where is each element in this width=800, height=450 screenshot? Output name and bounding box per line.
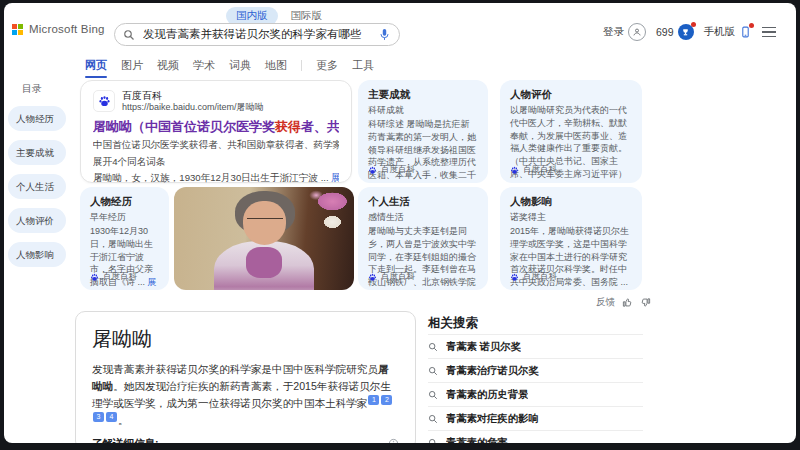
- answer-text: 。她因发现治疗疟疾的新药青蒿素，于2015年获得诺贝尔生理学或医学奖，成为第一位…: [92, 380, 391, 409]
- baidu-paw-icon: [93, 90, 115, 112]
- related-search-item[interactable]: 青蒿素的历史背景: [428, 383, 643, 407]
- toc-item-achievements[interactable]: 主要成就: [8, 140, 66, 165]
- related-search-text: 青蒿素的历史背景: [446, 388, 528, 402]
- toc-item-personal-life[interactable]: 个人生活: [8, 174, 66, 199]
- toc-item-evaluation[interactable]: 人物评价: [8, 208, 66, 233]
- search-icon: [428, 390, 438, 400]
- answer-title: 屠呦呦: [92, 326, 399, 353]
- logo-text: Microsoft Bing: [29, 23, 105, 35]
- tab-web[interactable]: 网页: [85, 58, 107, 73]
- related-searches-list: 青蒿素 诺贝尔奖 青蒿素治疗诺贝尔奖 青蒿素的历史背景 青蒿素对疟疾的影响 青蒿…: [428, 334, 643, 443]
- toc-item-influence[interactable]: 人物影响: [8, 242, 66, 267]
- card-achievements: 主要成就 科研成就 科研综述 屠呦呦是抗疟新药青蒿素的第一发明人，她领导科研组继…: [358, 80, 488, 183]
- expand-link[interactable]: 展开: [520, 182, 538, 183]
- card-title: 人物经历: [90, 195, 159, 209]
- card-title: 人物评价: [510, 88, 632, 102]
- result-source-header[interactable]: 百度百科 https://baike.baidu.com/item/屠呦呦: [93, 90, 339, 113]
- toc-sidebar: 目录 人物经历 主要成就 个人生活 人物评价 人物影响: [8, 82, 70, 276]
- ai-answer-card: 屠呦呦 发现青蒿素并获得诺贝尔奖的科学家是中国中医科学院研究员屠呦呦。她因发现治…: [75, 311, 416, 443]
- search-icon: [428, 438, 438, 444]
- card-source[interactable]: 百度百科: [368, 271, 415, 283]
- card-personal-life: 个人生活 感情生活 屠呦呦与丈夫李廷钊是同乡，两人曾是宁波效实中学同学，在李廷钊…: [358, 187, 488, 290]
- card-subtitle: 早年经历: [90, 211, 159, 224]
- header-actions: 登录 699 手机版: [603, 23, 776, 41]
- result-title-link[interactable]: 屠呦呦（中国首位诺贝尔医学奖获得者、共…: [93, 118, 339, 136]
- toc-item-experience[interactable]: 人物经历: [8, 106, 66, 131]
- rewards-button[interactable]: 699: [656, 24, 694, 40]
- result-snippet: 屠呦呦，女，汉族，1930年12月30日出生于浙江宁波 ... 展开: [93, 172, 339, 185]
- baike-result-card: 百度百科 https://baike.baidu.com/item/屠呦呦 屠呦…: [80, 80, 352, 183]
- answer-text: 。: [118, 414, 129, 426]
- baidu-paw-icon: [510, 273, 519, 282]
- card-title: 人物影响: [510, 195, 632, 209]
- related-search-text: 青蒿素的危害: [446, 436, 508, 444]
- result-title-post: 者、共…: [301, 119, 339, 134]
- baidu-paw-icon: [510, 166, 519, 175]
- person-icon: [628, 23, 646, 41]
- citation-mark-1[interactable]: 1: [368, 395, 379, 405]
- search-icon: [428, 342, 438, 352]
- citation-mark-2[interactable]: 2: [381, 395, 392, 405]
- search-input[interactable]: [141, 28, 372, 42]
- card-source[interactable]: 百度百科: [90, 271, 137, 283]
- card-title: 主要成就: [368, 88, 478, 102]
- related-searches-title: 相关搜索: [428, 315, 478, 332]
- related-search-item[interactable]: 青蒿素对疟疾的影响: [428, 407, 643, 431]
- search-box[interactable]: [114, 23, 400, 46]
- rewards-trophy-icon: [678, 24, 694, 40]
- citation-mark-3[interactable]: 3: [93, 412, 104, 422]
- card-source[interactable]: 百度百科: [368, 164, 415, 176]
- tab-maps[interactable]: 地图: [265, 58, 287, 73]
- edition-tab-international[interactable]: 国际版: [291, 9, 323, 23]
- sign-in-label: 登录: [603, 25, 624, 39]
- tu-youyou-photo[interactable]: [174, 187, 354, 290]
- result-description: 中国首位诺贝尔医学奖获得者、共和国勋章获得者、药学家: [93, 139, 339, 152]
- related-search-item[interactable]: 青蒿素 诺贝尔奖: [428, 335, 643, 359]
- result-title-highlight: 获得: [275, 119, 301, 134]
- card-source-label: 百度百科: [523, 271, 557, 283]
- citation-mark-4[interactable]: 4: [106, 412, 117, 422]
- result-url[interactable]: https://baike.baidu.com/item/屠呦呦: [122, 102, 264, 113]
- card-source[interactable]: 百度百科: [510, 164, 557, 176]
- thumbs-up-icon[interactable]: [622, 297, 633, 308]
- tab-videos[interactable]: 视频: [157, 58, 179, 73]
- result-same-name-entries[interactable]: 展开4个同名词条: [93, 156, 339, 169]
- notification-dot: [691, 22, 696, 27]
- mobile-version-label: 手机版: [704, 25, 736, 39]
- photo-figure: [247, 218, 283, 226]
- bing-search-page: Microsoft Bing 国内版 国际版 登录: [4, 3, 796, 443]
- tab-more[interactable]: 更多: [316, 58, 338, 73]
- microphone-icon[interactable]: [378, 28, 391, 41]
- rewards-points: 699: [656, 26, 674, 38]
- microsoft-logo-icon: [12, 24, 23, 35]
- card-experience: 人物经历 早年经历 1930年12月30日，屠呦呦出生于浙江省宁波市，名字由父亲…: [80, 187, 169, 290]
- card-source[interactable]: 百度百科: [510, 271, 557, 283]
- divider: [301, 60, 302, 71]
- related-search-item[interactable]: 青蒿素的危害: [428, 431, 643, 443]
- hamburger-menu-icon[interactable]: [762, 27, 776, 38]
- card-source-label: 百度百科: [523, 164, 557, 176]
- expand-link[interactable]: 展开: [331, 172, 339, 183]
- tab-academic[interactable]: 学术: [193, 58, 215, 73]
- learn-more-label: 了解详细信息:: [92, 437, 388, 443]
- tab-tools[interactable]: 工具: [352, 58, 374, 73]
- related-search-text: 青蒿素对疟疾的影响: [446, 412, 539, 426]
- result-title-pre: 屠呦呦（中国首位诺贝尔医学奖: [93, 119, 275, 134]
- card-subtitle: 科研成就: [368, 104, 478, 117]
- baidu-paw-icon: [368, 166, 377, 175]
- info-icon[interactable]: [388, 438, 399, 443]
- thumbs-down-icon[interactable]: [640, 297, 651, 308]
- toc-title: 目录: [22, 82, 70, 96]
- feedback-label[interactable]: 反馈: [596, 296, 615, 309]
- photo-figure: [246, 247, 282, 278]
- feedback-bar: 反馈: [596, 296, 651, 309]
- sign-in-button[interactable]: 登录: [603, 23, 646, 41]
- result-snippet-text: 屠呦呦，女，汉族，1930年12月30日出生于浙江宁波 ...: [93, 172, 329, 183]
- tab-dictionary[interactable]: 词典: [229, 58, 251, 73]
- mobile-version-button[interactable]: 手机版: [704, 25, 753, 39]
- microsoft-bing-logo[interactable]: Microsoft Bing: [12, 23, 105, 35]
- tab-images[interactable]: 图片: [121, 58, 143, 73]
- search-icon: [123, 29, 135, 41]
- card-subtitle: 诺奖得主: [510, 211, 632, 224]
- related-search-item[interactable]: 青蒿素治疗诺贝尔奖: [428, 359, 643, 383]
